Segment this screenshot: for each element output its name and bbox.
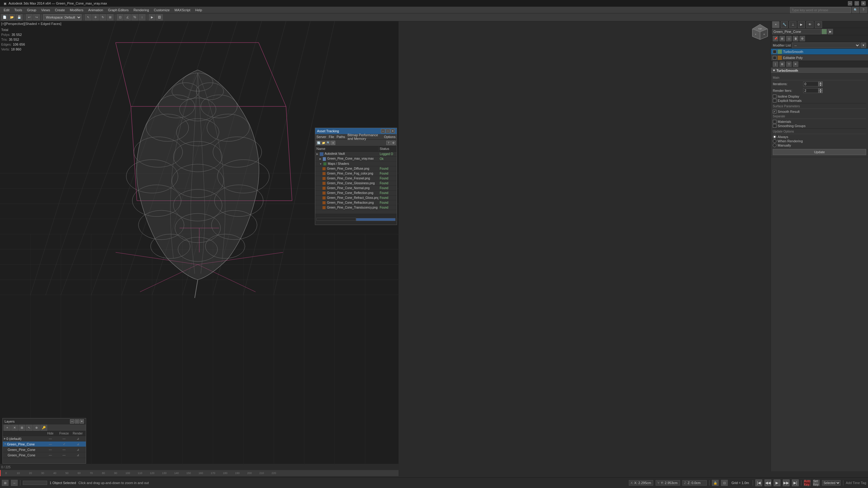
manually-radio[interactable] bbox=[773, 143, 776, 147]
close-button[interactable]: ✕ bbox=[861, 1, 866, 5]
layers-merge-btn[interactable]: ⊕ bbox=[33, 425, 40, 431]
play-btn[interactable]: ▶ bbox=[774, 480, 780, 486]
at-menu-file[interactable]: File bbox=[329, 135, 334, 139]
menu-tools[interactable]: Tools bbox=[12, 8, 25, 12]
status-frame-slider[interactable] bbox=[23, 481, 47, 485]
layer-hide-gpc1[interactable]: — bbox=[43, 443, 57, 446]
timeline-track[interactable]: 0 10 20 30 40 50 60 70 80 90 100 110 120… bbox=[0, 470, 399, 476]
modifier-list-expand[interactable]: ▼ bbox=[861, 42, 866, 48]
render-iters-input[interactable] bbox=[803, 88, 818, 93]
name-color-swatch[interactable] bbox=[822, 29, 827, 34]
timeline-playhead[interactable] bbox=[0, 470, 1, 476]
percent-snap[interactable]: % bbox=[131, 14, 138, 20]
prev-frame-btn[interactable]: ◀◀ bbox=[765, 480, 771, 486]
menu-create[interactable]: Create bbox=[52, 8, 67, 12]
mod-funnel-icon[interactable]: ▽ bbox=[786, 61, 792, 67]
menu-customize[interactable]: Customize bbox=[152, 8, 172, 12]
next-frame-btn[interactable]: ▶▶ bbox=[783, 480, 789, 486]
layer-render-default[interactable]: ⊿ bbox=[71, 437, 85, 440]
save-button[interactable]: 💾 bbox=[16, 14, 23, 20]
layer-hide-gpc2[interactable]: — bbox=[43, 448, 57, 451]
menu-help[interactable]: Help bbox=[193, 8, 205, 12]
set-key-btn[interactable]: Set Key bbox=[813, 480, 819, 486]
mod-trash-icon[interactable]: ✕ bbox=[793, 61, 798, 67]
layer-row-gpc1[interactable]: ▼ Green_Pine_Cone — ✓ ⊿ bbox=[3, 442, 86, 447]
at-menu-server[interactable]: Server bbox=[316, 135, 326, 139]
layer-render-gpc2[interactable]: ⊿ bbox=[71, 448, 85, 451]
at-row-vault[interactable]: ▶ Autodesk Vault Logged O bbox=[315, 152, 397, 157]
title-bar-controls[interactable]: ─ □ ✕ bbox=[848, 1, 866, 5]
key-mode-dropdown[interactable]: Selected bbox=[822, 480, 841, 486]
mod-result-icon[interactable]: ⊞ bbox=[779, 61, 785, 67]
modify-tab[interactable]: 🔧 bbox=[781, 21, 788, 28]
menu-edit[interactable]: Edit bbox=[1, 8, 12, 12]
menu-animation[interactable]: Animation bbox=[86, 8, 105, 12]
explicit-normals-checkbox[interactable] bbox=[773, 99, 776, 102]
search-input[interactable] bbox=[790, 7, 851, 13]
layer-freeze-gpc3[interactable]: — bbox=[57, 453, 71, 457]
layer-row-gpc2[interactable]: Green_Pine_Cone — — ⊿ bbox=[3, 447, 86, 452]
mod-pin-icon[interactable]: | bbox=[773, 61, 778, 67]
layer-render-gpc1[interactable]: ⊿ bbox=[71, 443, 85, 446]
menu-maxscript[interactable]: MAXScript bbox=[172, 8, 193, 12]
materials-checkbox[interactable] bbox=[773, 120, 776, 124]
layers-close[interactable]: ✕ bbox=[80, 419, 84, 424]
layers-minimize[interactable]: ─ bbox=[70, 419, 74, 424]
at-row-refraction[interactable]: Green_Pine_Cone_Refraction.png Found bbox=[315, 200, 397, 205]
at-refresh-btn[interactable]: 🔄 bbox=[316, 141, 321, 145]
at-menu-bitmap[interactable]: Bitmap Performance and Memory bbox=[347, 133, 381, 140]
at-help-btn[interactable]: ? bbox=[386, 141, 391, 145]
utilities-tab[interactable]: ⚙ bbox=[815, 21, 822, 28]
pin-stack-button[interactable]: 📌 bbox=[773, 36, 778, 41]
render-iters-down-btn[interactable]: ▼ bbox=[818, 91, 823, 93]
undo-button[interactable]: ↩ bbox=[26, 14, 33, 20]
goto-start-btn[interactable]: |◀ bbox=[755, 480, 762, 486]
move-button[interactable]: ✛ bbox=[92, 14, 99, 20]
spinner-snap[interactable]: ↕ bbox=[139, 14, 146, 20]
menu-group[interactable]: Group bbox=[25, 8, 39, 12]
new-button[interactable]: 📄 bbox=[1, 14, 8, 20]
at-row-diffuse[interactable]: Green_Pine_Cone_Diffuse.png Found bbox=[315, 166, 397, 171]
at-menu-options[interactable]: Options bbox=[384, 135, 396, 139]
menu-views[interactable]: Views bbox=[39, 8, 52, 12]
workspace-dropdown[interactable]: Workspace: Default bbox=[43, 14, 82, 20]
at-folder-btn[interactable]: 📁 bbox=[321, 141, 326, 145]
status-icon-2[interactable]: ↔ bbox=[11, 480, 18, 486]
make-unique-button[interactable]: ◇ bbox=[786, 36, 792, 41]
smooth-result-checkbox[interactable] bbox=[773, 110, 776, 113]
object-name-input[interactable] bbox=[772, 29, 821, 34]
snap-toggle[interactable]: ⊡ bbox=[117, 14, 124, 20]
modifier-item-turbsmooth[interactable]: TurboSmooth bbox=[771, 48, 868, 55]
status-lock-icon[interactable]: 🔒 bbox=[712, 480, 719, 486]
smoothing-groups-checkbox[interactable] bbox=[773, 124, 776, 128]
create-tab[interactable]: + bbox=[772, 21, 779, 28]
at-list-btn[interactable]: ≡ bbox=[331, 141, 335, 145]
quick-render[interactable]: 🖼 bbox=[156, 14, 163, 20]
minimize-button[interactable]: ─ bbox=[848, 1, 852, 5]
at-row-maps[interactable]: ▼ Maps / Shaders bbox=[315, 161, 397, 166]
angle-snap[interactable]: ∠ bbox=[124, 14, 131, 20]
layers-select-objects-btn[interactable]: ↖ bbox=[26, 425, 33, 431]
layer-hide-default[interactable]: — bbox=[43, 437, 57, 440]
layers-delete-btn[interactable]: ✕ bbox=[11, 425, 18, 431]
layer-hide-gpc3[interactable]: — bbox=[43, 453, 57, 457]
display-tab[interactable]: 👁 bbox=[806, 21, 813, 28]
show-end-result-button[interactable]: ⊞ bbox=[779, 36, 785, 41]
asset-tracking-maximize[interactable]: □ bbox=[386, 129, 390, 133]
menu-rendering[interactable]: Rendering bbox=[131, 8, 152, 12]
layer-row-default[interactable]: ▶ 0 (default) — — ⊿ bbox=[3, 436, 86, 442]
status-x-coord[interactable]: X: X: 2.295cm bbox=[629, 480, 653, 486]
hierarchy-tab[interactable]: ⊥ bbox=[789, 21, 797, 28]
layer-freeze-default[interactable]: — bbox=[57, 437, 71, 440]
remove-modifier-button[interactable]: 🗑 bbox=[793, 36, 798, 41]
status-icon-1[interactable]: ⊞ bbox=[2, 480, 8, 486]
turbsmooth-eye-icon[interactable] bbox=[773, 50, 776, 54]
layers-new-btn[interactable]: + bbox=[4, 425, 11, 431]
layer-freeze-gpc2[interactable]: — bbox=[57, 448, 71, 451]
turbsmooth-rollout-header[interactable]: TurboSmooth bbox=[771, 67, 868, 73]
editpoly-eye-icon[interactable] bbox=[773, 56, 776, 60]
at-row-normal[interactable]: Green_Pine_Cone_Normal.png Found bbox=[315, 186, 397, 191]
rotate-button[interactable]: ↻ bbox=[99, 14, 106, 20]
redo-button[interactable]: ↪ bbox=[33, 14, 40, 20]
when-rendering-radio[interactable] bbox=[773, 139, 776, 143]
